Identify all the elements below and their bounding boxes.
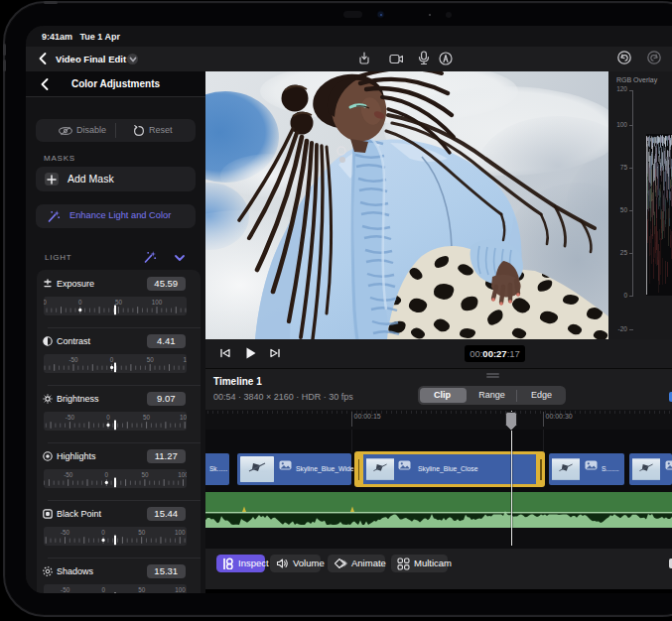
svg-text:100: 100 bbox=[175, 586, 186, 593]
svg-text:0: 0 bbox=[101, 529, 105, 536]
svg-text:50: 50 bbox=[138, 529, 146, 536]
svg-text:100: 100 bbox=[180, 414, 187, 421]
svg-text:100: 100 bbox=[152, 299, 163, 306]
svg-text:100: 100 bbox=[178, 471, 187, 478]
svg-text:0: 0 bbox=[105, 471, 109, 478]
svg-text:50: 50 bbox=[141, 471, 149, 478]
svg-text:0: 0 bbox=[110, 356, 114, 363]
svg-text:0: 0 bbox=[101, 586, 105, 593]
svg-text:50: 50 bbox=[143, 414, 151, 421]
svg-text:-50: -50 bbox=[61, 586, 70, 593]
svg-text:100: 100 bbox=[175, 529, 186, 536]
svg-text:50: 50 bbox=[147, 356, 155, 363]
svg-text:50: 50 bbox=[115, 299, 123, 306]
svg-text:-50: -50 bbox=[68, 356, 78, 363]
svg-text:50: 50 bbox=[138, 586, 146, 593]
svg-text:-50: -50 bbox=[44, 299, 47, 306]
svg-text:0: 0 bbox=[106, 414, 110, 421]
svg-text:100: 100 bbox=[184, 356, 187, 363]
svg-text:-50: -50 bbox=[61, 529, 70, 536]
svg-text:0: 0 bbox=[78, 299, 82, 306]
svg-text:-50: -50 bbox=[64, 471, 73, 478]
svg-text:-50: -50 bbox=[66, 414, 75, 421]
